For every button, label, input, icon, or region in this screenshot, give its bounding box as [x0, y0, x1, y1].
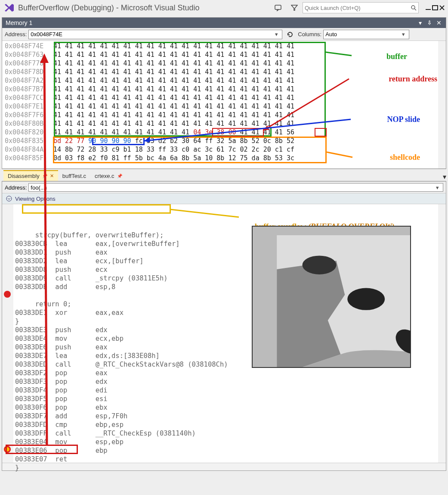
- disassembly-view[interactable]: strcpy(buffer, overwriteBuffer);003830CB…: [2, 204, 446, 463]
- annot-shellcode: shellcode: [390, 153, 420, 162]
- memory-scrollbar[interactable]: [438, 41, 446, 168]
- columns-dropdown-icon[interactable]: ▾: [399, 31, 407, 37]
- disasm-scrollbar-v[interactable]: [438, 204, 446, 463]
- disasm-address-label: Address:: [5, 184, 27, 191]
- search-icon: [411, 5, 417, 11]
- columns-select[interactable]: Auto ▾: [323, 30, 409, 39]
- address-label: Address:: [5, 31, 27, 37]
- quick-launch-input[interactable]: [305, 5, 411, 11]
- tab-crtexe[interactable]: crtexe.c 📌: [90, 171, 127, 181]
- disasm-line: 00383DF3 pop edx: [15, 377, 446, 386]
- disasm-line: 00383E07 ret: [15, 455, 446, 464]
- tab-crtexe-label: crtexe.c: [95, 173, 114, 179]
- hex-row: 0x0048F778 41 41 41 41 41 41 41 41 41 41…: [5, 59, 443, 68]
- disasm-line: 00383DF2 pop eax: [15, 369, 446, 377]
- pin-icon[interactable]: [426, 19, 433, 26]
- notification-icon[interactable]: [273, 3, 283, 12]
- viewing-options-label: Viewing Options: [15, 196, 56, 202]
- columns-value: Auto: [325, 31, 399, 37]
- address-dropdown-icon[interactable]: ▾: [272, 31, 280, 37]
- tab-pin-icon[interactable]: 📌: [42, 174, 47, 178]
- editor-tabstrip: Disassembly 📌 ✕ buffTest.c crtexe.c 📌 ▾: [2, 169, 446, 181]
- hex-row: 0x0048F820 41 41 41 41 41 41 41 41 41 41…: [5, 128, 443, 137]
- annot-nop-slide: NOP slide: [387, 115, 420, 124]
- hex-row: 0x0048F835 bd 22 77 90 90 90 90 fc 33 d2…: [5, 137, 443, 145]
- tab-bufftest[interactable]: buffTest.c: [58, 171, 90, 181]
- hex-row: 0x0048F74E 41 41 41 41 41 41 41 41 41 41…: [5, 42, 443, 50]
- disasm-line: 00383DF5 pop esi: [15, 395, 446, 403]
- disasm-line: 003830F6 pop ebx: [15, 403, 446, 412]
- filter-icon[interactable]: [290, 3, 299, 12]
- window-title: BufferOverflow (Debugging) - Microsoft V…: [18, 3, 200, 12]
- disasm-line: 00383E04 mov esp,ebp: [15, 438, 446, 446]
- svg-line-2: [414, 9, 416, 10]
- svg-point-18: [303, 255, 337, 274]
- hex-row: 0x0048F763 41 41 41 41 41 41 41 41 41 41…: [5, 50, 443, 59]
- memory-address-field[interactable]: [31, 31, 272, 37]
- svg-line-14: [170, 209, 239, 217]
- tab-disassembly[interactable]: Disassembly 📌 ✕: [3, 170, 58, 181]
- hex-row: 0x0048F78D 41 41 41 41 41 41 41 41 41 41…: [5, 68, 443, 76]
- tab-pin-icon-2[interactable]: 📌: [117, 174, 122, 178]
- current-line-icon: [4, 446, 11, 453]
- columns-label: Columns:: [298, 31, 321, 37]
- disasm-line: 00383DFD cmp ebp,esp: [15, 420, 446, 429]
- memory-toolbar: Address: ▾ Columns: Auto ▾: [2, 28, 446, 41]
- minimize-button[interactable]: [425, 4, 432, 11]
- breakpoint-icon[interactable]: [4, 291, 11, 298]
- disasm-line: }: [15, 464, 446, 472]
- close-panel-icon[interactable]: ✕: [436, 19, 442, 26]
- hex-row: 0x0048F7E1 41 41 41 41 41 41 41 41 41 41…: [5, 102, 443, 111]
- collapse-icon[interactable]: [6, 195, 12, 202]
- memory-hex-view[interactable]: 0x0048F74E 41 41 41 41 41 41 41 41 41 41…: [2, 41, 446, 168]
- buffalo-image: [252, 226, 411, 368]
- annot-buffer: buffer: [386, 52, 407, 61]
- memory-panel-header: Memory 1 ▾ ✕: [2, 18, 446, 28]
- maximize-button[interactable]: [432, 4, 439, 11]
- tabstrip-dropdown-icon[interactable]: ▾: [443, 173, 446, 181]
- title-bar: BufferOverflow (Debugging) - Microsoft V…: [0, 0, 448, 16]
- annot-return-address: return address: [389, 75, 437, 84]
- tab-disassembly-label: Disassembly: [8, 173, 40, 179]
- window-position-icon[interactable]: ▾: [417, 19, 423, 26]
- svg-point-19: [347, 288, 385, 310]
- disasm-line: 00383E06 pop ebp: [15, 446, 446, 455]
- disasm-address-input[interactable]: foo(...) ▾: [28, 183, 443, 192]
- refresh-button[interactable]: [285, 30, 295, 39]
- close-button[interactable]: [439, 4, 445, 11]
- svg-point-13: [6, 196, 12, 201]
- tab-close-icon[interactable]: ✕: [50, 173, 54, 179]
- quick-launch[interactable]: [303, 2, 419, 13]
- hex-row: 0x0048F7B7 41 41 41 41 41 41 41 41 41 41…: [5, 85, 443, 93]
- hex-row: 0x0048F85F 0d 03 f8 e2 f0 81 ff 5b bc 4a…: [5, 154, 443, 162]
- svg-rect-4: [433, 6, 438, 10]
- vs-logo-icon: [3, 1, 15, 14]
- disasm-line: 00383DFF call __RTC_CheckEsp (0381140h): [15, 429, 446, 438]
- disasm-line: 00383DF7 add esp,7F0h: [15, 412, 446, 420]
- disasm-gutter: [2, 204, 13, 463]
- disasm-dropdown-icon[interactable]: ▾: [433, 184, 441, 191]
- disasm-address-value: foo(...): [31, 184, 47, 191]
- hex-row: 0x0048F80B 41 41 41 41 41 41 41 41 41 41…: [5, 119, 443, 128]
- memory-address-input[interactable]: ▾: [28, 30, 282, 39]
- memory-panel: Memory 1 ▾ ✕ Address: ▾ Columns: Auto ▾ …: [2, 17, 446, 169]
- hex-row: 0x0048F7A2 41 41 41 41 41 41 41 41 41 41…: [5, 76, 443, 85]
- disasm-line: 00383DF4 pop edi: [15, 386, 446, 395]
- strcpy-highlight-box: [22, 204, 171, 214]
- hex-row: 0x0048F7F6 41 41 41 41 41 41 41 41 41 41…: [5, 111, 443, 119]
- viewing-options-bar[interactable]: Viewing Options: [2, 193, 446, 204]
- svg-rect-0: [275, 5, 281, 9]
- memory-panel-title: Memory 1: [6, 19, 32, 26]
- arrow-strcpy: [170, 208, 243, 221]
- tab-bufftest-label: buffTest.c: [62, 173, 86, 179]
- hex-row: 0x0048F84A 14 8b 72 28 33 c9 b1 18 33 ff…: [5, 145, 443, 154]
- hex-row: 0x0048F7CC 41 41 41 41 41 41 41 41 41 41…: [5, 93, 443, 102]
- svg-point-1: [411, 6, 415, 9]
- disassembly-panel: Address: foo(...) ▾ Viewing Options strc…: [2, 181, 446, 471]
- disassembly-toolbar: Address: foo(...) ▾: [2, 181, 446, 193]
